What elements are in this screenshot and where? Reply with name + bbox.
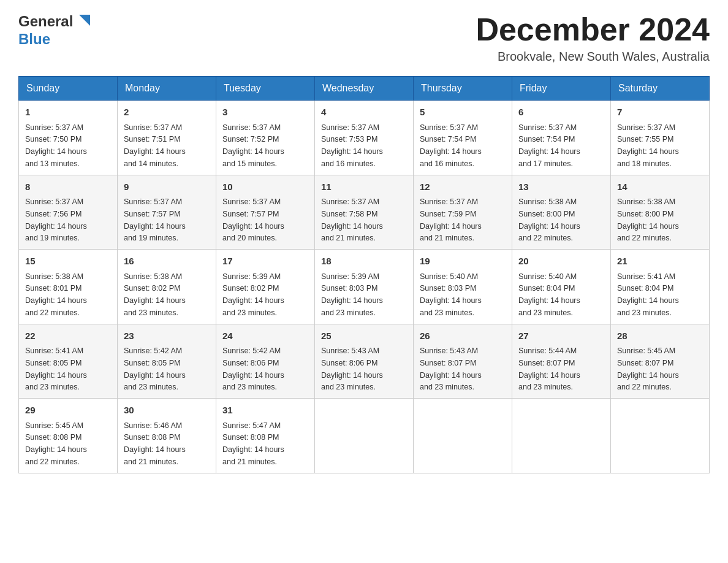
logo: General Blue (18, 12, 94, 48)
day-number: 24 (222, 329, 308, 343)
day-info: Sunrise: 5:37 AMSunset: 7:53 PMDaylight:… (321, 123, 383, 168)
weekday-header-friday: Friday (512, 77, 611, 101)
day-info: Sunrise: 5:44 AMSunset: 8:07 PMDaylight:… (518, 347, 580, 391)
day-number: 25 (321, 329, 407, 343)
calendar-week-row: 1 Sunrise: 5:37 AMSunset: 7:50 PMDayligh… (19, 101, 710, 175)
day-info: Sunrise: 5:37 AMSunset: 7:56 PMDaylight:… (25, 197, 87, 242)
calendar-cell: 19 Sunrise: 5:40 AMSunset: 8:03 PMDaylig… (414, 250, 512, 324)
calendar-cell: 23 Sunrise: 5:42 AMSunset: 8:05 PMDaylig… (118, 324, 216, 399)
calendar-week-row: 29 Sunrise: 5:45 AMSunset: 8:08 PMDaylig… (19, 399, 710, 473)
calendar-cell: 28 Sunrise: 5:45 AMSunset: 8:07 PMDaylig… (611, 324, 710, 399)
day-number: 2 (124, 105, 210, 120)
calendar-cell: 24 Sunrise: 5:42 AMSunset: 8:06 PMDaylig… (216, 324, 315, 399)
calendar-cell (414, 399, 512, 473)
day-info: Sunrise: 5:41 AMSunset: 8:05 PMDaylight:… (25, 347, 87, 391)
calendar-cell: 4 Sunrise: 5:37 AMSunset: 7:53 PMDayligh… (315, 101, 414, 175)
day-info: Sunrise: 5:42 AMSunset: 8:06 PMDaylight:… (222, 347, 284, 391)
weekday-header-monday: Monday (118, 77, 216, 101)
day-number: 10 (222, 180, 308, 194)
day-info: Sunrise: 5:46 AMSunset: 8:08 PMDaylight:… (124, 421, 186, 466)
calendar-cell: 13 Sunrise: 5:38 AMSunset: 8:00 PMDaylig… (512, 175, 611, 250)
day-info: Sunrise: 5:40 AMSunset: 8:04 PMDaylight:… (518, 272, 580, 317)
weekday-header-sunday: Sunday (19, 77, 118, 101)
day-number: 16 (124, 255, 210, 269)
day-number: 28 (617, 329, 703, 343)
calendar-cell: 26 Sunrise: 5:43 AMSunset: 8:07 PMDaylig… (414, 324, 512, 399)
day-number: 31 (222, 404, 308, 418)
calendar-cell: 6 Sunrise: 5:37 AMSunset: 7:54 PMDayligh… (512, 101, 611, 175)
day-number: 6 (518, 105, 604, 120)
day-info: Sunrise: 5:38 AMSunset: 8:00 PMDaylight:… (617, 197, 679, 242)
day-number: 7 (617, 105, 703, 120)
day-info: Sunrise: 5:37 AMSunset: 7:55 PMDaylight:… (617, 123, 679, 168)
day-number: 23 (124, 329, 210, 343)
day-number: 27 (518, 329, 604, 343)
weekday-header-row: SundayMondayTuesdayWednesdayThursdayFrid… (19, 77, 710, 101)
calendar-cell: 25 Sunrise: 5:43 AMSunset: 8:06 PMDaylig… (315, 324, 414, 399)
calendar-cell: 1 Sunrise: 5:37 AMSunset: 7:50 PMDayligh… (19, 101, 118, 175)
calendar-table: SundayMondayTuesdayWednesdayThursdayFrid… (18, 76, 710, 473)
day-info: Sunrise: 5:37 AMSunset: 7:51 PMDaylight:… (124, 123, 186, 168)
calendar-cell: 8 Sunrise: 5:37 AMSunset: 7:56 PMDayligh… (19, 175, 118, 250)
day-number: 11 (321, 180, 407, 194)
calendar-cell: 15 Sunrise: 5:38 AMSunset: 8:01 PMDaylig… (19, 250, 118, 324)
day-info: Sunrise: 5:37 AMSunset: 7:59 PMDaylight:… (420, 197, 482, 242)
day-info: Sunrise: 5:37 AMSunset: 7:54 PMDaylight:… (518, 123, 580, 168)
calendar-cell (512, 399, 611, 473)
calendar-week-row: 8 Sunrise: 5:37 AMSunset: 7:56 PMDayligh… (19, 175, 710, 250)
calendar-cell: 11 Sunrise: 5:37 AMSunset: 7:58 PMDaylig… (315, 175, 414, 250)
day-number: 3 (222, 105, 308, 120)
calendar-cell: 20 Sunrise: 5:40 AMSunset: 8:04 PMDaylig… (512, 250, 611, 324)
calendar-cell: 14 Sunrise: 5:38 AMSunset: 8:00 PMDaylig… (611, 175, 710, 250)
svg-marker-0 (79, 15, 90, 26)
day-info: Sunrise: 5:37 AMSunset: 7:50 PMDaylight:… (25, 123, 87, 168)
day-number: 19 (420, 255, 506, 269)
day-info: Sunrise: 5:37 AMSunset: 7:52 PMDaylight:… (222, 123, 284, 168)
day-number: 14 (617, 180, 703, 194)
day-info: Sunrise: 5:43 AMSunset: 8:07 PMDaylight:… (420, 347, 482, 391)
day-number: 13 (518, 180, 604, 194)
day-number: 22 (25, 329, 111, 343)
calendar-cell: 21 Sunrise: 5:41 AMSunset: 8:04 PMDaylig… (611, 250, 710, 324)
title-section: December 2024 Brookvale, New South Wales… (476, 12, 710, 64)
month-title: December 2024 (476, 12, 710, 47)
weekday-header-tuesday: Tuesday (216, 77, 315, 101)
calendar-cell: 9 Sunrise: 5:37 AMSunset: 7:57 PMDayligh… (118, 175, 216, 250)
page-header: General Blue December 2024 Brookvale, Ne… (18, 12, 710, 64)
day-info: Sunrise: 5:45 AMSunset: 8:08 PMDaylight:… (25, 421, 87, 466)
day-number: 9 (124, 180, 210, 194)
calendar-cell: 31 Sunrise: 5:47 AMSunset: 8:08 PMDaylig… (216, 399, 315, 473)
weekday-header-wednesday: Wednesday (315, 77, 414, 101)
day-number: 5 (420, 105, 506, 120)
day-info: Sunrise: 5:38 AMSunset: 8:01 PMDaylight:… (25, 272, 87, 317)
day-info: Sunrise: 5:37 AMSunset: 7:57 PMDaylight:… (124, 197, 186, 242)
day-number: 15 (25, 255, 111, 269)
day-info: Sunrise: 5:47 AMSunset: 8:08 PMDaylight:… (222, 421, 284, 466)
weekday-header-thursday: Thursday (414, 77, 512, 101)
calendar-cell: 2 Sunrise: 5:37 AMSunset: 7:51 PMDayligh… (118, 101, 216, 175)
calendar-week-row: 15 Sunrise: 5:38 AMSunset: 8:01 PMDaylig… (19, 250, 710, 324)
day-info: Sunrise: 5:43 AMSunset: 8:06 PMDaylight:… (321, 347, 383, 391)
logo-icon (74, 12, 93, 31)
calendar-cell (611, 399, 710, 473)
day-number: 26 (420, 329, 506, 343)
day-info: Sunrise: 5:39 AMSunset: 8:02 PMDaylight:… (222, 272, 284, 317)
day-number: 17 (222, 255, 308, 269)
calendar-cell: 16 Sunrise: 5:38 AMSunset: 8:02 PMDaylig… (118, 250, 216, 324)
calendar-cell: 27 Sunrise: 5:44 AMSunset: 8:07 PMDaylig… (512, 324, 611, 399)
calendar-cell: 12 Sunrise: 5:37 AMSunset: 7:59 PMDaylig… (414, 175, 512, 250)
calendar-cell: 30 Sunrise: 5:46 AMSunset: 8:08 PMDaylig… (118, 399, 216, 473)
calendar-week-row: 22 Sunrise: 5:41 AMSunset: 8:05 PMDaylig… (19, 324, 710, 399)
day-number: 4 (321, 105, 407, 120)
day-info: Sunrise: 5:39 AMSunset: 8:03 PMDaylight:… (321, 272, 383, 317)
calendar-cell: 22 Sunrise: 5:41 AMSunset: 8:05 PMDaylig… (19, 324, 118, 399)
day-info: Sunrise: 5:38 AMSunset: 8:02 PMDaylight:… (124, 272, 186, 317)
calendar-cell: 17 Sunrise: 5:39 AMSunset: 8:02 PMDaylig… (216, 250, 315, 324)
day-info: Sunrise: 5:40 AMSunset: 8:03 PMDaylight:… (420, 272, 482, 317)
calendar-cell: 10 Sunrise: 5:37 AMSunset: 7:57 PMDaylig… (216, 175, 315, 250)
day-number: 18 (321, 255, 407, 269)
day-number: 29 (25, 404, 111, 418)
calendar-cell: 5 Sunrise: 5:37 AMSunset: 7:54 PMDayligh… (414, 101, 512, 175)
logo-blue-text: Blue (18, 31, 50, 47)
calendar-cell: 7 Sunrise: 5:37 AMSunset: 7:55 PMDayligh… (611, 101, 710, 175)
